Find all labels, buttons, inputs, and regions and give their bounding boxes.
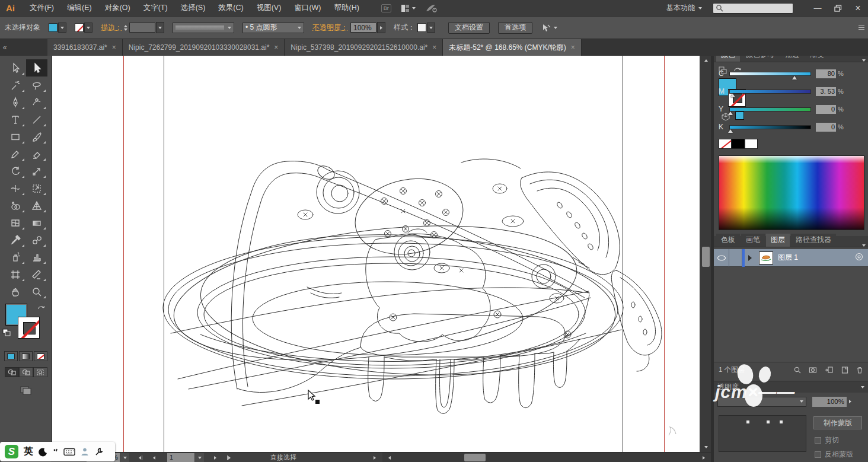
slider-handle[interactable] [792,76,797,79]
ime-language-toggle[interactable]: 英 [24,445,33,458]
stroke-color-dropdown[interactable] [84,23,92,33]
tool-slice[interactable] [26,266,47,283]
artboard-dropdown[interactable] [195,453,204,462]
scroll-up-icon[interactable] [700,56,711,65]
draw-behind-button[interactable] [19,367,33,377]
color-mode-button[interactable] [4,351,18,361]
magenta-slider[interactable] [729,90,811,94]
tool-blend[interactable] [26,231,47,248]
none-mode-button[interactable] [34,351,47,361]
tool-direct-selection[interactable] [26,59,47,77]
layer-expand-toggle[interactable] [745,249,755,267]
panel-menu-icon[interactable] [862,244,866,247]
punctuation-icon[interactable] [53,448,58,456]
tool-curvature[interactable] [26,94,47,111]
tool-column-graph[interactable] [26,248,47,266]
tool-paintbrush[interactable] [26,128,47,145]
layer-lock-toggle[interactable] [729,249,742,267]
layer-row[interactable]: 图层 1 [714,249,868,267]
make-mask-button[interactable]: 制作蒙版 [813,416,862,429]
current-tool-label[interactable]: 直接选择 [242,453,325,462]
control-panel-menu-icon[interactable] [859,26,864,30]
cs-live-button[interactable] [425,4,437,13]
status-expand-icon[interactable] [369,453,379,462]
slider-handle[interactable] [728,129,733,133]
tool-lasso[interactable] [26,77,47,94]
menu-view[interactable]: 视图(V) [250,0,288,16]
tool-eraser[interactable] [26,145,47,163]
document-tab-2[interactable]: Nipic_7262799_20190920103330028031.ai* × [123,39,285,56]
tool-scale[interactable] [26,163,47,180]
first-artboard-button[interactable] [135,453,145,462]
tab-brushes[interactable]: 画笔 [741,234,765,247]
yellow-value-field[interactable]: 0 [816,105,836,114]
menu-window[interactable]: 窗口(W) [288,0,327,16]
fill-color-swatch[interactable] [49,23,58,32]
none-swatch[interactable] [719,139,732,149]
horizontal-scrollbar[interactable] [382,452,711,462]
stroke-swatch[interactable] [18,317,40,339]
tool-symbol-sprayer[interactable] [5,248,26,266]
new-layer-icon[interactable] [841,366,849,374]
document-tab-4-active[interactable]: 未标题-52* @ 168.65% (CMYK/轮廓) × [443,39,582,56]
close-icon[interactable]: × [571,43,575,52]
artboard-number-field[interactable]: 1 [167,453,194,462]
blend-mode-dropdown[interactable] [717,397,806,407]
layers-list-empty-area[interactable] [714,267,868,362]
stroke-weight-stepper[interactable] [124,25,127,31]
menu-object[interactable]: 对象(O) [98,0,137,16]
wrench-icon[interactable] [94,447,103,456]
collapse-icons-chevron[interactable]: « [0,39,9,56]
variable-width-profile-dropdown[interactable] [173,23,234,33]
tool-hand[interactable] [5,283,26,300]
tool-width[interactable] [5,180,26,197]
close-icon[interactable]: × [274,43,278,52]
minimize-button[interactable]: — [808,0,828,16]
opacity-field[interactable]: 100% [350,23,376,33]
invert-mask-checkbox[interactable]: 反相蒙版 [815,450,853,460]
user-icon[interactable] [81,447,89,456]
search-input[interactable] [713,3,793,14]
zoom-dropdown[interactable] [120,453,129,462]
opacity-stepper-icon[interactable] [849,400,851,403]
tab-swatches[interactable]: 色板 [716,234,740,247]
canvas[interactable] [52,56,700,452]
draw-inside-button[interactable] [33,367,47,377]
clip-checkbox[interactable]: 剪切 [815,435,839,445]
tool-pen[interactable] [5,94,26,111]
tool-free-transform[interactable] [26,180,47,197]
tool-eyedropper[interactable] [5,231,26,248]
slider-handle[interactable] [728,111,733,115]
scroll-down-icon[interactable] [700,442,711,452]
scroll-right-icon[interactable] [698,453,709,462]
soft-keyboard-icon[interactable] [63,448,75,456]
vertical-scrollbar[interactable] [700,56,711,452]
tool-magic-wand[interactable] [5,77,26,94]
black-value-field[interactable]: 0 [816,123,836,132]
tool-perspective-grid[interactable] [26,197,47,214]
selection-tools-menu[interactable] [541,23,557,33]
transparency-panel-header[interactable]: 透明度 [714,381,868,393]
yellow-slider[interactable] [729,107,811,111]
style-swatch[interactable] [417,23,426,32]
tool-gradient[interactable] [26,214,47,231]
swap-fill-stroke-icon[interactable] [37,304,46,312]
magenta-value-field[interactable]: 3. 53 [816,87,836,96]
gradient-mode-button[interactable] [19,351,33,361]
stroke-panel-link[interactable]: 描边： [101,23,122,33]
layer-visibility-toggle[interactable] [714,249,729,267]
stroke-weight-dropdown[interactable] [156,22,164,33]
draw-normal-button[interactable] [5,367,19,377]
tab-pathfinder[interactable]: 路径查找器 [791,234,836,247]
tool-mesh[interactable] [5,214,26,231]
layer-target-icon[interactable] [855,253,863,263]
close-icon[interactable]: × [112,43,116,52]
tool-selection[interactable] [5,59,26,77]
tool-rotate[interactable] [5,163,26,180]
menu-select[interactable]: 选择(S) [174,0,212,16]
color-spectrum[interactable] [719,155,864,230]
document-tab-3[interactable]: Nipic_537398_20190929202152610000.ai* × [285,39,443,56]
next-artboard-button[interactable] [210,453,220,462]
transparency-opacity-field[interactable]: 100% [812,397,847,407]
horizontal-scroll-thumb[interactable] [464,454,486,461]
